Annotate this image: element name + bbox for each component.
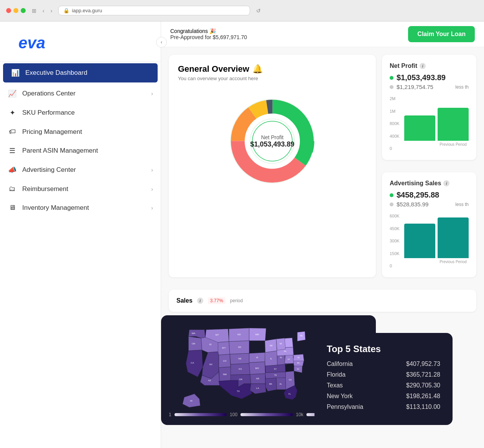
legend-mid2: 10k [296, 412, 303, 417]
congrats-subtitle: Pre-Approved for $5,697,971.70 [170, 34, 399, 40]
top5-title: Top 5 States [327, 344, 440, 354]
svg-text:NV: NV [209, 363, 213, 366]
bar-label [404, 260, 435, 264]
less-than-label: less th [455, 202, 469, 207]
sidebar-item-label: Parent ASIN Management [22, 147, 153, 155]
state-name: Texas [327, 382, 343, 389]
svg-text:NE: NE [238, 357, 242, 360]
green-dot [390, 76, 393, 80]
forward-btn[interactable]: › [49, 7, 54, 15]
sidebar-collapse-btn[interactable]: ‹ [156, 37, 167, 48]
sidebar-item-operations-center[interactable]: 📈 Operations Center › [0, 84, 161, 103]
state-value: $290,705.30 [406, 382, 440, 389]
svg-text:OR: OR [192, 342, 196, 345]
us-map-svg-area: WA OR CA ID NV [169, 323, 314, 407]
top5-states-tooltip: Top 5 States California $407,952.73 Flor… [314, 333, 453, 425]
svg-text:IA: IA [256, 356, 259, 359]
sidebar-item-label: Advertising Center [22, 166, 146, 174]
sidebar-item-sku-performance[interactable]: ✦ SKU Performance [0, 103, 161, 122]
close-button[interactable] [6, 8, 11, 13]
ad-sales-value2: $528,835.99 less th [390, 201, 469, 208]
sidebar-item-label: Pricing Management [22, 128, 153, 136]
svg-text:FL: FL [288, 393, 291, 395]
congrats-area: Congratulations 🎉 Pre-Approved for $5,69… [170, 28, 399, 40]
svg-text:AZ: AZ [208, 379, 211, 382]
sales-period: period [230, 298, 243, 303]
net-profit-value2: $1,219,754.75 less th [390, 84, 469, 90]
back-btn[interactable]: ‹ [41, 7, 46, 15]
sidebar-item-executive-dashboard[interactable]: 📊 Executive Dashboard [3, 63, 158, 82]
minimize-button[interactable] [13, 8, 18, 13]
top5-row-5: Pennsylvania $113,110.00 [327, 404, 440, 410]
app-container: eva ‹ 📊 Executive Dashboard 📈 Operations… [0, 21, 484, 448]
logo-area: eva [9, 28, 63, 55]
svg-text:KY: KY [274, 368, 277, 370]
refresh-btn[interactable]: ↺ [255, 7, 262, 15]
congrats-title: Congratulations 🎉 [170, 28, 399, 34]
sidebar-item-label: Inventory Management [22, 204, 146, 212]
state-name: New York [327, 393, 353, 400]
svg-text:ME: ME [300, 335, 303, 337]
advertising-sales-card: Advertising Sales i $458,295.88 $528,835… [382, 172, 476, 277]
overview-header: General Overview 🔔 You can overview your… [178, 64, 367, 81]
legend-min: 1 [169, 412, 171, 417]
svg-text:CA: CA [191, 361, 194, 364]
sidebar-item-label: SKU Performance [22, 109, 153, 117]
sidebar-toggle-btn[interactable]: ⊞ [30, 7, 38, 15]
megaphone-icon: 📣 [8, 166, 17, 174]
chevron-right-icon: › [151, 91, 153, 97]
state-name: Pennsylvania [327, 404, 363, 410]
svg-text:AK: AK [190, 400, 193, 402]
ad-sales-value1: $458,295.88 [390, 191, 469, 199]
list-icon: ☰ [8, 147, 17, 155]
sidebar-item-pricing-management[interactable]: 🏷 Pricing Management [0, 122, 161, 141]
address-bar[interactable]: 🔒 iapp.eva.guru [58, 6, 250, 15]
folder-icon: 🗂 [8, 185, 17, 193]
svg-text:IN: IN [280, 356, 282, 359]
bell-icon: 🔔 [252, 64, 263, 74]
sidebar-item-advertising-center[interactable]: 📣 Advertising Center › [0, 160, 161, 180]
ad-sales-bar-chart: 600K 450K 300K 150K 0 [390, 212, 469, 270]
bar-labels: Previous Period [404, 142, 469, 147]
svg-text:ND: ND [237, 333, 241, 336]
bar-label [404, 142, 435, 147]
legend-mid1: 100 [230, 412, 237, 417]
browser-chrome: ⊞ ‹ › 🔒 iapp.eva.guru ↺ [0, 0, 484, 21]
nav-list: 📊 Executive Dashboard 📈 Operations Cente… [0, 63, 161, 217]
bar-item [404, 224, 435, 258]
sales-pct-badge: 3.77% [208, 297, 226, 304]
bar-labels: Previous Period [404, 260, 469, 264]
svg-text:MS: MS [269, 383, 272, 385]
state-value: $113,110.00 [406, 404, 440, 410]
claim-loan-button[interactable]: Claim Your Loan [408, 26, 475, 42]
main-row: General Overview 🔔 You can overview your… [169, 55, 476, 283]
svg-text:AL: AL [280, 383, 282, 385]
sidebar-item-parent-asin[interactable]: ☰ Parent ASIN Management [0, 141, 161, 160]
state-value: $407,952.73 [406, 361, 440, 367]
svg-text:WV: WV [288, 358, 290, 360]
overview-subtitle: You can overview your account here [178, 76, 367, 81]
bar-area [404, 212, 469, 258]
eva-logo: eva [17, 34, 55, 51]
gray-dot [390, 85, 393, 89]
y-axis: 600K 450K 300K 150K 0 [390, 212, 400, 270]
trending-up-icon: 📈 [8, 89, 17, 98]
net-profit-card: Net Profit i $1,053,493.89 $1,219,754.75… [382, 55, 476, 160]
donut-center-value: $1,053,493.89 [250, 140, 294, 148]
svg-text:WI: WI [270, 344, 273, 347]
svg-text:IL: IL [270, 357, 272, 360]
sidebar-item-inventory-management[interactable]: 🖥 Inventory Management › [0, 198, 161, 217]
svg-text:NC: NC [297, 362, 300, 364]
donut-chart-container: Net Profit $1,053,493.89 [178, 87, 367, 195]
second-row: Sales i 3.77% period [169, 290, 476, 318]
sidebar-item-reimbursement[interactable]: 🗂 Reimbursement › [0, 180, 161, 198]
state-name: California [327, 361, 353, 367]
donut-center-label: Net Profit [250, 134, 294, 140]
svg-text:NM: NM [223, 373, 227, 376]
maximize-button[interactable] [21, 8, 26, 13]
legend-gradient-2 [240, 413, 293, 416]
overview-title: General Overview 🔔 [178, 64, 367, 74]
svg-text:WA: WA [192, 332, 196, 334]
svg-text:SC: SC [297, 368, 300, 370]
sidebar-item-label: Reimbursement [22, 185, 146, 193]
